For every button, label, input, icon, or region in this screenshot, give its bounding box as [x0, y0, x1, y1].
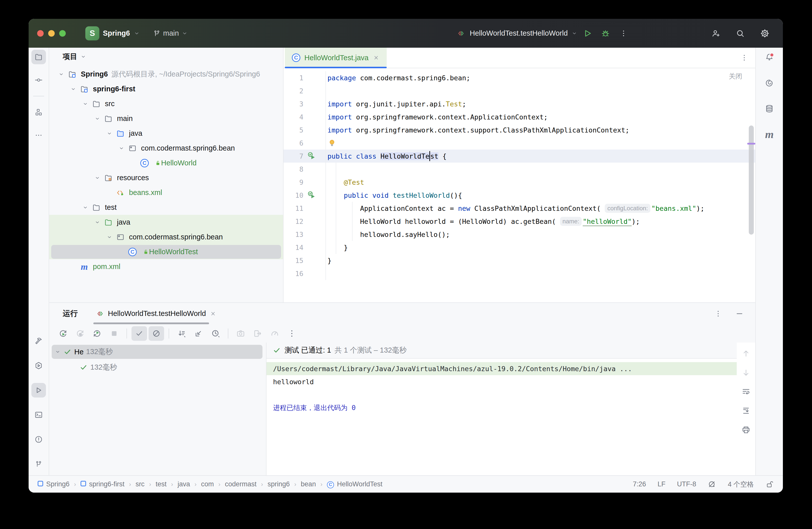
- chevron-down-icon[interactable]: [56, 69, 67, 80]
- tree-item-resources[interactable]: resources: [49, 170, 283, 185]
- code-line-11[interactable]: 11 ApplicationContext ac = new ClassPath…: [284, 202, 755, 215]
- sort-by-duration-button[interactable]: [174, 326, 189, 341]
- breadcrumb-bean[interactable]: bean: [301, 480, 316, 488]
- settings-button[interactable]: [757, 25, 773, 41]
- tree-item-com.codermast.spring6.bean[interactable]: com.codermast.spring6.bean: [49, 141, 283, 156]
- chevron-down-icon[interactable]: [92, 172, 103, 184]
- chevron-down-icon[interactable]: [55, 349, 61, 355]
- scroll-to-source-button[interactable]: [191, 326, 206, 341]
- test-tree-row[interactable]: He132毫秒: [49, 344, 266, 360]
- tool-stripe-button-git-branch[interactable]: [31, 457, 46, 471]
- tree-item-java[interactable]: java: [49, 215, 283, 230]
- breadcrumb-spring6-first[interactable]: spring6-first: [81, 480, 125, 488]
- tree-item-spring6-first[interactable]: spring6-first: [49, 82, 283, 96]
- zoom-window-button[interactable]: [59, 30, 66, 37]
- tool-stripe-button-structure[interactable]: [31, 105, 46, 119]
- chevron-down-icon[interactable]: [80, 98, 91, 110]
- close-hint-label[interactable]: 关闭: [729, 72, 742, 81]
- chevron-down-icon[interactable]: [571, 30, 577, 37]
- minimize-window-button[interactable]: [48, 30, 55, 37]
- editor-options-icon[interactable]: [740, 48, 748, 68]
- run-button[interactable]: [579, 25, 595, 41]
- code-line-2[interactable]: 2: [284, 84, 755, 97]
- tree-item-main[interactable]: main: [49, 111, 283, 126]
- tree-item-test[interactable]: test: [49, 200, 283, 215]
- chevron-down-icon[interactable]: [104, 128, 115, 139]
- tool-stripe-button-problems[interactable]: [31, 432, 46, 447]
- print-button[interactable]: [741, 425, 751, 434]
- auto-rerun-button[interactable]: [89, 326, 105, 341]
- intention-bulb-icon[interactable]: [328, 139, 336, 147]
- tool-stripe-button-services[interactable]: [31, 358, 46, 373]
- status-highlight-level[interactable]: [708, 480, 716, 489]
- tool-stripe-button-notifications-bell[interactable]: [762, 50, 777, 65]
- tree-item-HelloWorld[interactable]: CHelloWorld: [49, 156, 283, 170]
- code-line-16[interactable]: 16: [284, 267, 755, 280]
- status-line-ending[interactable]: LF: [657, 480, 665, 488]
- breadcrumb-spring6[interactable]: spring6: [267, 480, 290, 488]
- code-line-3[interactable]: 3import org.junit.jupiter.api.Test;: [284, 97, 755, 111]
- hide-panel-icon[interactable]: [735, 310, 744, 318]
- test-history-button[interactable]: [208, 326, 223, 341]
- show-passed-button[interactable]: [131, 326, 147, 341]
- tree-item-com.codermast.spring6.bean[interactable]: com.codermast.spring6.bean: [49, 230, 283, 244]
- close-tab-icon[interactable]: [373, 54, 380, 61]
- editor-tab[interactable]: C HelloWorldTest.java: [285, 48, 387, 68]
- close-tab-icon[interactable]: [209, 310, 217, 317]
- run-test-gutter-icon[interactable]: [306, 151, 318, 162]
- status-file-writable[interactable]: [765, 480, 774, 489]
- more-options-button[interactable]: [284, 326, 300, 341]
- tool-stripe-button-database[interactable]: [762, 101, 777, 116]
- project-panel-header[interactable]: 项目: [49, 48, 283, 66]
- scroll-to-end-button[interactable]: [741, 406, 751, 415]
- tree-item-Spring6[interactable]: Spring6源代码根目录, ~/IdeaProjects/Spring6/Sp…: [49, 67, 283, 82]
- project-widget[interactable]: S Spring6: [85, 26, 140, 40]
- code-editor[interactable]: 关闭 1package com.codermast.spring6.bean;2…: [284, 68, 755, 302]
- tree-item-beans.xml[interactable]: beans.xml: [49, 185, 283, 200]
- breadcrumb-com[interactable]: com: [201, 480, 214, 488]
- chevron-down-icon[interactable]: [92, 217, 103, 228]
- tool-stripe-button-terminal[interactable]: [31, 408, 46, 422]
- breadcrumb-Spring6[interactable]: Spring6: [38, 480, 70, 488]
- status-indent-size[interactable]: 4 个空格: [728, 480, 754, 489]
- tool-stripe-button-folder[interactable]: [31, 50, 46, 64]
- chevron-down-icon[interactable]: [92, 113, 103, 124]
- more-run-options-button[interactable]: [615, 25, 632, 41]
- code-line-5[interactable]: 5import org.springframework.context.supp…: [284, 124, 755, 137]
- code-line-15[interactable]: 15}: [284, 254, 755, 267]
- editor-scrollbar[interactable]: [749, 126, 754, 235]
- code-line-12[interactable]: 12 HelloWorld helloworld = (HelloWorld) …: [284, 215, 755, 228]
- code-line-13[interactable]: 13 helloworld.sayHello();: [284, 228, 755, 241]
- breadcrumb-codermast[interactable]: codermast: [225, 480, 257, 488]
- code-line-8[interactable]: 8: [284, 162, 755, 176]
- run-test-gutter-icon[interactable]: [306, 190, 318, 201]
- code-line-1[interactable]: 1package com.codermast.spring6.bean;: [284, 71, 755, 84]
- tree-item-HelloWorldTest[interactable]: CHelloWorldTest: [49, 244, 283, 259]
- chevron-down-icon[interactable]: [104, 232, 115, 243]
- code-line-9[interactable]: 9 @Test: [284, 176, 755, 189]
- status-encoding[interactable]: UTF-8: [677, 480, 696, 488]
- run-panel-options-icon[interactable]: [714, 310, 722, 318]
- breadcrumb-src[interactable]: src: [135, 480, 145, 488]
- chevron-down-icon[interactable]: [116, 143, 127, 154]
- code-line-10[interactable]: 10 public void testHelloWorld(){: [284, 189, 755, 202]
- close-window-button[interactable]: [37, 30, 44, 37]
- tool-stripe-button-run-play[interactable]: [31, 383, 46, 398]
- breadcrumb-java[interactable]: java: [178, 480, 190, 488]
- tree-item-src[interactable]: src: [49, 96, 283, 111]
- breadcrumb-test[interactable]: test: [156, 480, 166, 488]
- tool-stripe-button-spring-swirl[interactable]: [762, 76, 777, 90]
- tool-stripe-button-commit[interactable]: [31, 73, 46, 87]
- vcs-branch-widget[interactable]: main: [153, 29, 188, 38]
- console-output[interactable]: /Users/codermast/Library/Java/JavaVirtua…: [266, 359, 737, 475]
- chevron-down-icon[interactable]: [80, 202, 91, 213]
- tool-stripe-button-build-hammer[interactable]: [31, 334, 46, 348]
- run-tab[interactable]: HelloWorldTest.testHelloWorld: [93, 303, 219, 324]
- tool-stripe-button-more-horizontal[interactable]: [31, 128, 46, 143]
- breadcrumb-HelloWorldTest[interactable]: CHelloWorldTest: [327, 480, 382, 488]
- test-tree-row[interactable]: 132毫秒: [49, 360, 266, 375]
- tool-stripe-button-maven-m[interactable]: m: [762, 127, 777, 142]
- status-caret-position[interactable]: 7:26: [633, 480, 646, 488]
- code-with-me-button[interactable]: [708, 25, 724, 41]
- code-line-6[interactable]: 6: [284, 137, 755, 149]
